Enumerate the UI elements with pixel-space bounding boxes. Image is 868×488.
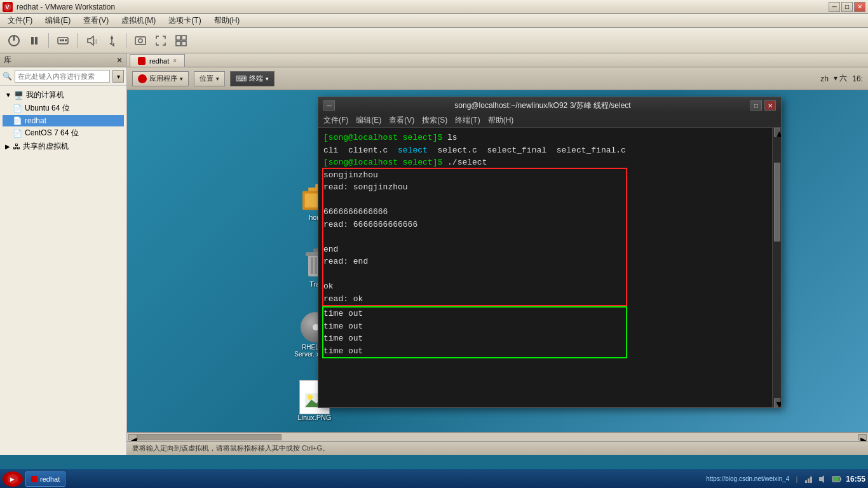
app-menu-button[interactable]: 应用程序 ▾ bbox=[132, 71, 189, 86]
pause-button[interactable] bbox=[25, 32, 43, 50]
vm-icon: 📄 bbox=[13, 104, 22, 113]
term-line-empty-2 bbox=[323, 231, 767, 243]
menu-edit[interactable]: 编辑(E) bbox=[40, 14, 76, 27]
menu-view[interactable]: 查看(V) bbox=[78, 14, 114, 27]
location-menu-label: 位置 bbox=[200, 74, 214, 83]
day-indicator: ▾ 六 bbox=[834, 73, 847, 84]
terminal-body[interactable]: [song@localhost select]$ ls cli client.c… bbox=[318, 128, 772, 407]
term-line-2: cli client.c select select.c select_fina… bbox=[323, 144, 767, 157]
terminal-content-area: [song@localhost select]$ ls cli client.c… bbox=[318, 128, 781, 407]
scroll-thumb[interactable] bbox=[774, 163, 780, 241]
terminal-menu-button[interactable]: ⌨ 终端 ▾ bbox=[230, 71, 275, 86]
term-menu-search[interactable]: 搜索(S) bbox=[422, 115, 447, 126]
fullscreen-button[interactable] bbox=[152, 32, 170, 50]
h-scroll-track[interactable] bbox=[137, 434, 858, 440]
expand-icon: ▶ bbox=[5, 143, 10, 150]
sidebar-item-shared[interactable]: ▶ 🖧 共享的虚拟机 bbox=[3, 140, 124, 153]
toolbar-separator-1 bbox=[48, 33, 49, 48]
horizontal-scrollbar[interactable]: ◄ ► bbox=[127, 432, 868, 441]
term-menu-file[interactable]: 文件(F) bbox=[323, 115, 348, 126]
unity-button[interactable] bbox=[172, 32, 190, 50]
term-line-read-songjinzhou: read: songjinzhou bbox=[323, 181, 767, 194]
sidebar-item-centos[interactable]: 📄 CentOS 7 64 位 bbox=[3, 126, 124, 140]
lang-indicator: zh bbox=[820, 74, 829, 83]
title-bar: V redhat - VMware Workstation ─ □ ✕ bbox=[0, 0, 868, 14]
menu-tabs[interactable]: 选项卡(T) bbox=[163, 14, 206, 27]
scroll-left-button[interactable]: ◄ bbox=[128, 434, 137, 440]
sidebar: 库 ✕ 🔍 ▾ ▼ 🖥️ 我的计算机 📄 Ubuntu 64 位 📄 redha… bbox=[0, 53, 127, 455]
start-button[interactable]: ▶ bbox=[3, 471, 23, 487]
terminal-window[interactable]: ─ song@localhost:~/newlinux/kO92 3/苏峰 线程… bbox=[318, 97, 782, 408]
snapshot-button[interactable] bbox=[132, 32, 149, 50]
svg-text:)): )) bbox=[94, 38, 98, 44]
vm-tab-redhat[interactable]: redhat × bbox=[130, 54, 185, 67]
menu-help[interactable]: 帮助(H) bbox=[209, 14, 245, 27]
sidebar-item-my-computer[interactable]: ▼ 🖥️ 我的计算机 bbox=[3, 88, 124, 102]
sidebar-item-ubuntu[interactable]: 📄 Ubuntu 64 位 bbox=[3, 102, 124, 115]
svg-rect-9 bbox=[65, 39, 67, 41]
term-line-read-numbers: read: 6666666666666 bbox=[323, 219, 767, 231]
term-menu-edit[interactable]: 编辑(E) bbox=[356, 115, 381, 126]
time-display: 16: bbox=[852, 74, 863, 83]
audio-button[interactable]: )) bbox=[83, 32, 100, 50]
search-input[interactable] bbox=[15, 70, 110, 83]
taskbar-clock: 16:55 bbox=[846, 475, 865, 484]
scroll-up-button[interactable]: ▲ bbox=[774, 128, 780, 137]
svg-rect-15 bbox=[176, 36, 180, 40]
network-icon bbox=[804, 474, 814, 484]
term-menu-help[interactable]: 帮助(H) bbox=[488, 115, 514, 126]
svg-point-14 bbox=[139, 39, 142, 43]
term-menu-terminal[interactable]: 终端(T) bbox=[455, 115, 480, 126]
app-menu-arrow: ▾ bbox=[180, 76, 183, 82]
search-icon: 🔍 bbox=[3, 72, 12, 81]
svg-rect-39 bbox=[833, 477, 839, 481]
minimize-button[interactable]: ─ bbox=[829, 2, 840, 12]
taskbar-vm-icon bbox=[31, 476, 37, 482]
terminal-close-button[interactable]: ✕ bbox=[764, 100, 776, 111]
svg-rect-24 bbox=[315, 257, 317, 274]
vm-icon: 📄 bbox=[13, 129, 22, 138]
location-menu-button[interactable]: 位置 ▾ bbox=[194, 71, 225, 86]
h-scroll-thumb[interactable] bbox=[137, 434, 281, 440]
app-menu-label: 应用程序 bbox=[149, 74, 177, 83]
menu-vm[interactable]: 虚拟机(M) bbox=[116, 14, 161, 27]
window-title: redhat - VMware Workstation bbox=[17, 3, 115, 11]
expand-icon: ▼ bbox=[5, 92, 11, 98]
search-dropdown-button[interactable]: ▾ bbox=[112, 70, 124, 83]
term-line-3: [song@localhost select]$ ./select bbox=[323, 156, 767, 169]
window-controls: ─ □ ✕ bbox=[829, 2, 865, 12]
terminal-restore-button[interactable]: □ bbox=[750, 100, 762, 111]
term-menu-view[interactable]: 查看(V) bbox=[389, 115, 414, 126]
sidebar-title: 库 bbox=[4, 55, 11, 65]
terminal-menubar: 文件(F) 编辑(E) 查看(V) 搜索(S) 终端(T) 帮助(H) bbox=[318, 114, 781, 128]
term-line-end: end bbox=[323, 243, 767, 256]
redhat-label: redhat bbox=[25, 116, 46, 125]
term-line-timeout-2: time out bbox=[323, 320, 767, 333]
menu-file[interactable]: 文件(F) bbox=[3, 14, 37, 27]
sidebar-item-redhat[interactable]: 📄 redhat bbox=[3, 115, 124, 126]
terminal-minimize-button[interactable]: ─ bbox=[323, 100, 335, 111]
taskbar-vm-label: redhat bbox=[40, 475, 60, 483]
scroll-track[interactable] bbox=[774, 137, 780, 398]
power-button[interactable] bbox=[5, 32, 23, 50]
svg-rect-5 bbox=[35, 37, 37, 44]
sidebar-close-button[interactable]: ✕ bbox=[116, 56, 123, 65]
scroll-down-button[interactable]: ▼ bbox=[774, 398, 780, 407]
close-button[interactable]: ✕ bbox=[854, 2, 865, 12]
taskbar-separator: | bbox=[796, 475, 797, 483]
scroll-right-button[interactable]: ► bbox=[858, 434, 867, 440]
maximize-button[interactable]: □ bbox=[841, 2, 853, 12]
send-keys-button[interactable] bbox=[54, 32, 72, 50]
terminal-scrollbar[interactable]: ▲ ▼ bbox=[772, 128, 781, 407]
svg-text:V: V bbox=[6, 4, 10, 10]
vm-desktop[interactable]: home Trash bbox=[127, 90, 868, 432]
vm-tab-close[interactable]: × bbox=[173, 57, 177, 64]
title-bar-left: V redhat - VMware Workstation bbox=[3, 2, 115, 12]
term-line-numbers: 6666666666666 bbox=[323, 206, 767, 219]
usb-button[interactable] bbox=[103, 32, 121, 50]
vm-tab-label: redhat bbox=[149, 57, 169, 65]
taskbar-redhat-vm[interactable]: redhat bbox=[25, 471, 65, 487]
svg-rect-34 bbox=[805, 480, 807, 483]
svg-marker-37 bbox=[819, 475, 824, 483]
svg-rect-16 bbox=[182, 36, 186, 40]
